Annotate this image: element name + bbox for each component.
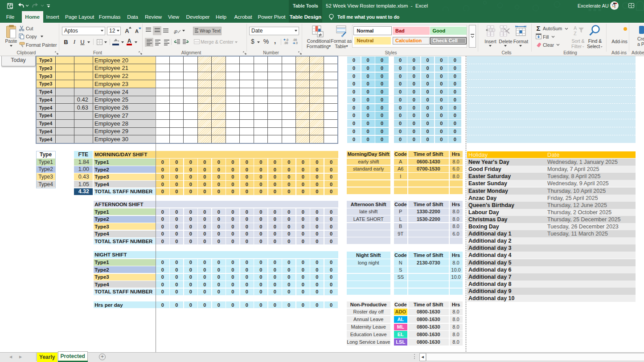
svg-text:.00: .00 [284,41,288,45]
svg-text:.0: .0 [295,41,298,45]
svg-text:.0: .0 [286,38,289,41]
svg-text:A: A [574,25,577,31]
svg-text:ab: ab [174,28,178,34]
svg-text:Z: Z [574,31,577,36]
svg-text:.00: .00 [293,38,297,41]
